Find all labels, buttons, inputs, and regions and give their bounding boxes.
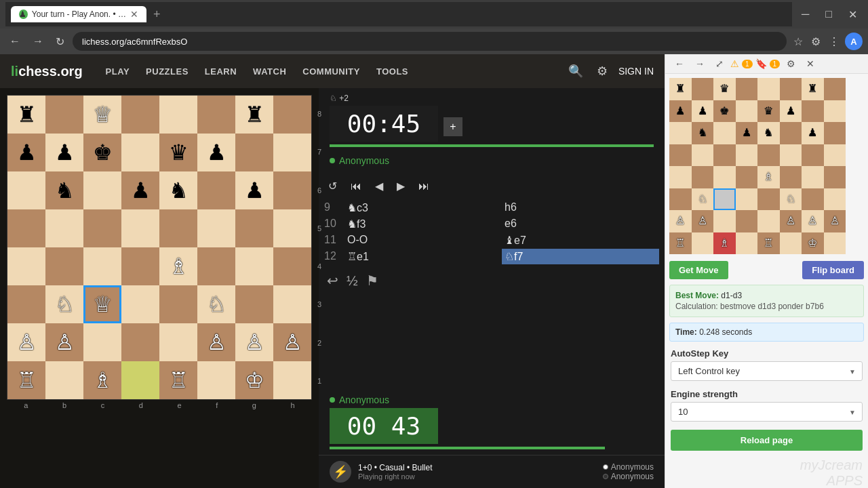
board-square[interactable]	[45, 247, 83, 285]
board-square[interactable]	[121, 323, 159, 361]
board-square[interactable]: ♘	[197, 285, 235, 323]
mini-board-square[interactable]: ♟	[780, 100, 802, 123]
mini-board-square[interactable]: ♘	[692, 188, 714, 211]
mini-board-square[interactable]	[757, 78, 780, 100]
mini-board-square[interactable]	[780, 232, 802, 255]
mini-board-square[interactable]	[824, 232, 846, 255]
mini-board-square[interactable]	[713, 210, 736, 232]
board-square[interactable]	[121, 134, 159, 171]
move-next-btn[interactable]: ▶	[393, 178, 409, 194]
move-flip-btn[interactable]: ↺	[324, 178, 341, 194]
board-square[interactable]	[7, 209, 45, 247]
board-square[interactable]	[273, 209, 311, 247]
nav-watch[interactable]: WATCH	[246, 62, 293, 81]
active-tab[interactable]: ♟ Your turn - Play Anon. • liche ✕	[11, 6, 146, 22]
resign-button[interactable]: ⚑	[366, 272, 378, 289]
draw-button[interactable]: ½	[347, 272, 358, 289]
board-square[interactable]	[121, 247, 159, 285]
board-square[interactable]	[159, 285, 197, 323]
mini-board-square[interactable]	[669, 122, 692, 144]
mini-board-square[interactable]: ♞	[692, 122, 714, 144]
mini-board-square[interactable]	[802, 188, 824, 211]
mini-board-square[interactable]	[757, 210, 780, 232]
board-square[interactable]	[45, 209, 83, 247]
mini-board-square[interactable]	[736, 100, 758, 123]
board-square[interactable]: ♙	[273, 323, 311, 361]
mini-board-square[interactable]	[713, 188, 736, 211]
maximize-button[interactable]: □	[820, 5, 837, 24]
mini-board-square[interactable]: ♟	[736, 122, 758, 144]
board-square[interactable]	[83, 323, 121, 361]
close-button[interactable]: ✕	[843, 5, 863, 24]
board-square[interactable]	[121, 209, 159, 247]
autostep-select[interactable]: Left Control key	[671, 361, 863, 381]
mini-board-square[interactable]: ♛	[713, 78, 736, 100]
engine-select[interactable]: 10	[671, 402, 863, 422]
board-square[interactable]: ♙	[7, 323, 45, 361]
mini-board-square[interactable]	[802, 166, 824, 188]
board-square[interactable]: ♕	[83, 285, 121, 323]
forward-button[interactable]: →	[28, 34, 47, 49]
mini-board-square[interactable]	[692, 232, 714, 255]
mini-board-square[interactable]: ♟	[692, 100, 714, 123]
mini-board-square[interactable]: ♙	[669, 210, 692, 232]
board-square[interactable]: ♟	[197, 134, 235, 171]
mini-board-square[interactable]: ♗	[757, 166, 780, 188]
move-white[interactable]: ♖e1	[344, 249, 502, 264]
board-square[interactable]	[197, 209, 235, 247]
mini-board-square[interactable]	[736, 210, 758, 232]
mini-board-square[interactable]	[669, 166, 692, 188]
nav-tools[interactable]: TOOLS	[370, 62, 415, 81]
settings-icon[interactable]: ⚙	[594, 61, 610, 81]
flip-board-button[interactable]: Flip board	[802, 261, 864, 279]
move-black[interactable]: ♘f7	[502, 249, 659, 264]
mini-board-square[interactable]	[736, 78, 758, 100]
mini-board-square[interactable]: ♟	[669, 100, 692, 123]
mini-board-square[interactable]	[824, 188, 846, 211]
mini-board-square[interactable]: ♙	[802, 210, 824, 232]
board-square[interactable]: ♗	[83, 361, 121, 399]
board-square[interactable]: ♜	[7, 96, 45, 134]
bookmark-icon[interactable]: ☆	[791, 33, 806, 51]
board-square[interactable]	[159, 323, 197, 361]
board-square[interactable]	[121, 96, 159, 134]
board-square[interactable]	[83, 247, 121, 285]
ext-close-btn[interactable]: ✕	[802, 57, 818, 70]
board-square[interactable]	[121, 361, 159, 399]
board-square[interactable]	[235, 285, 273, 323]
nav-learn[interactable]: LEARN	[198, 62, 243, 81]
mini-board-square[interactable]	[824, 78, 846, 100]
board-square[interactable]	[197, 96, 235, 134]
nav-play[interactable]: PLAY	[99, 62, 136, 81]
mini-board-square[interactable]: ♚	[713, 100, 736, 123]
nav-community[interactable]: COMMUNITY	[296, 62, 367, 81]
board-square[interactable]: ♙	[235, 323, 273, 361]
board-square[interactable]	[273, 96, 311, 134]
ext-settings-btn[interactable]: ⚙	[783, 57, 800, 70]
mini-board-square[interactable]: ♙	[780, 210, 802, 232]
board-square[interactable]	[159, 96, 197, 134]
board-square[interactable]: ♜	[235, 96, 273, 134]
mini-board-square[interactable]: ♖	[669, 232, 692, 255]
board-square[interactable]	[45, 96, 83, 134]
move-black[interactable]: h6	[502, 200, 659, 215]
mini-board-square[interactable]	[713, 122, 736, 144]
mini-board-square[interactable]	[780, 144, 802, 167]
sign-in-button[interactable]: SIGN IN	[618, 66, 654, 77]
ext-back-btn[interactable]: ←	[671, 57, 688, 70]
move-black[interactable]: e6	[502, 216, 659, 231]
move-white[interactable]: ♞f3	[344, 216, 502, 232]
mini-board-square[interactable]: ♞	[757, 122, 780, 144]
board-square[interactable]: ♟	[45, 134, 83, 171]
chess-board[interactable]: ♜♕♜♟♟♚♛♟♞♟♞♟♗♘♕♘♙♙♙♙♙♖♗♖♔	[7, 95, 312, 400]
board-square[interactable]: ♞	[159, 171, 197, 209]
mini-board-square[interactable]	[736, 188, 758, 211]
mini-board-square[interactable]: ♜	[669, 78, 692, 100]
mini-board-square[interactable]	[736, 144, 758, 167]
board-square[interactable]: ♟	[235, 171, 273, 209]
address-bar[interactable]	[73, 32, 787, 51]
mini-board-square[interactable]: ♙	[824, 210, 846, 232]
mini-board-square[interactable]	[692, 144, 714, 167]
board-square[interactable]: ♙	[197, 323, 235, 361]
board-square[interactable]	[273, 171, 311, 209]
